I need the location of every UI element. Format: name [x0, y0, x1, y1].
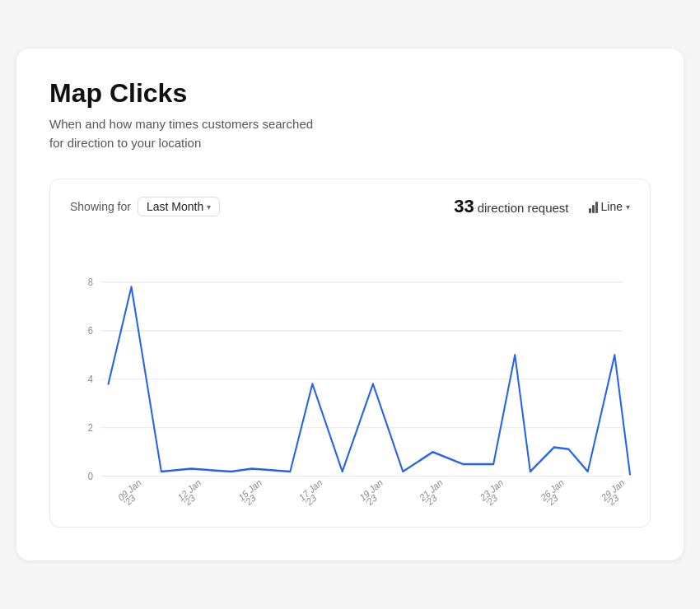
- bar-chart-icon: [589, 200, 598, 213]
- chart-header: Showing for Last Month ▾ 33direction req…: [70, 196, 630, 217]
- stat-count: 33: [454, 196, 474, 216]
- period-selector[interactable]: Last Month ▾: [138, 197, 220, 216]
- page-subtitle: When and how many times customers search…: [49, 115, 651, 152]
- svg-text:0: 0: [88, 470, 93, 482]
- period-label: Last Month: [147, 200, 203, 213]
- stats-label: 33direction request: [454, 196, 568, 217]
- line-chart: 8 6 4 2 0 09 Jan '23 12 Jan '23 15 Jan '…: [70, 234, 630, 514]
- chart-area: 8 6 4 2 0 09 Jan '23 12 Jan '23 15 Jan '…: [70, 234, 630, 514]
- svg-text:2: 2: [88, 421, 93, 434]
- showing-for-label: Showing for: [70, 200, 131, 213]
- page-title: Map Clicks: [49, 78, 651, 109]
- stat-text: direction request: [478, 201, 569, 215]
- svg-text:4: 4: [88, 373, 93, 385]
- chart-card: Showing for Last Month ▾ 33direction req…: [49, 179, 651, 528]
- chart-type-label: Line: [601, 200, 623, 213]
- chevron-down-icon: ▾: [207, 202, 211, 212]
- svg-text:8: 8: [88, 276, 93, 288]
- svg-text:6: 6: [88, 324, 93, 337]
- chart-type-selector[interactable]: Line ▾: [589, 200, 630, 213]
- chart-type-chevron-icon: ▾: [626, 202, 630, 212]
- main-card: Map Clicks When and how many times custo…: [16, 49, 684, 560]
